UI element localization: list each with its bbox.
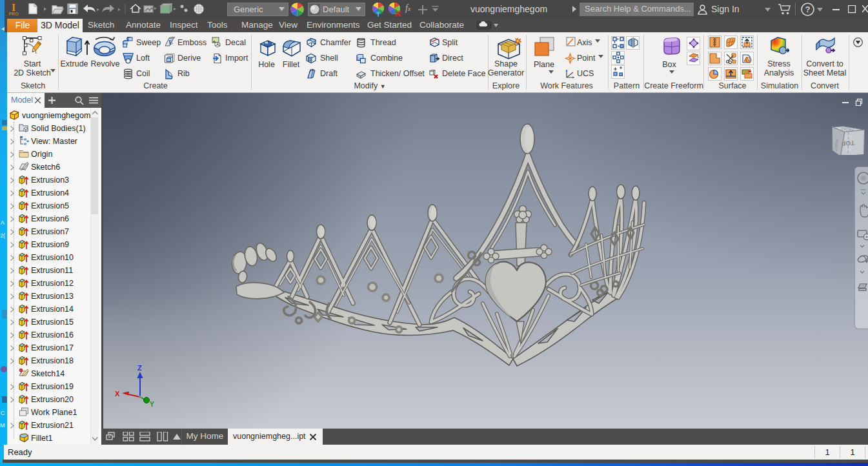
svg-text:Z: Z <box>137 364 142 372</box>
svg-text:M: M <box>0 422 5 429</box>
svg-text:2(: 2( <box>0 232 5 239</box>
svg-text:?: ? <box>805 5 811 14</box>
svg-text:A: A <box>1 219 5 226</box>
svg-text:X: X <box>115 390 120 398</box>
svg-text:TOP: TOP <box>841 139 854 147</box>
svg-text:C: C <box>1 410 5 416</box>
svg-text:Y: Y <box>150 401 154 408</box>
